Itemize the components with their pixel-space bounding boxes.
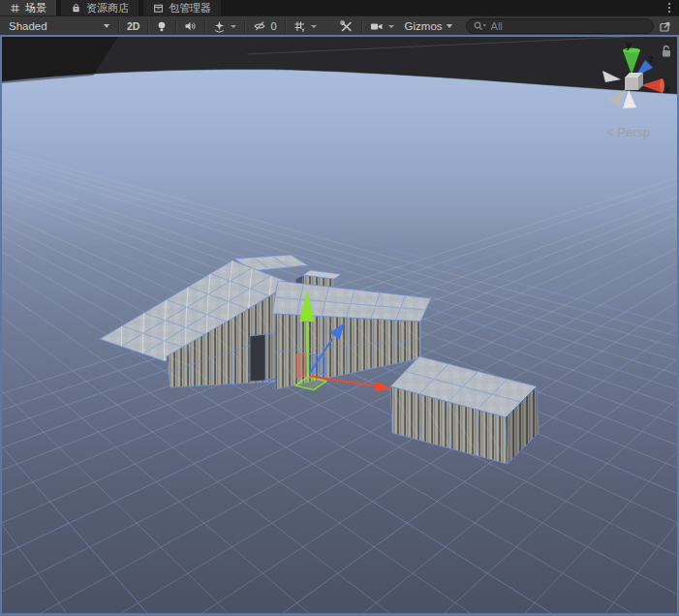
light-bulb-icon [156,20,168,33]
tab-label: 资源商店 [86,1,129,15]
chevron-down-icon [388,25,394,28]
scene-audio-button[interactable] [179,17,201,35]
camera-settings-button[interactable] [365,17,399,35]
scene-search-field[interactable] [466,18,654,34]
scene-search-input[interactable] [489,19,647,33]
speaker-icon [184,20,197,32]
scene-lighting-button[interactable] [151,17,172,35]
gizmos-label: Gizmos [405,20,443,32]
eye-off-icon [253,20,266,32]
package-box-icon [153,3,164,14]
gizmo-y-label: y [626,39,633,50]
grid-axis-icon [293,20,306,33]
projection-mode-label[interactable]: < Persp [606,125,650,139]
chevron-down-icon [231,25,236,28]
mesh-face[interactable] [265,333,275,380]
tab-scene[interactable]: 场景 [0,0,56,15]
toolbar-separator [204,20,205,33]
scene-viewport[interactable]: y z x < Persp [0,35,679,616]
customize-tools-button[interactable] [335,17,358,35]
grid-visibility-button[interactable] [289,17,322,35]
tools-wrench-icon [340,20,354,33]
grid-icon [10,3,20,14]
toolbar-separator [175,20,176,33]
popout-window-icon[interactable] [654,17,676,35]
effects-star-icon [213,20,226,33]
toolbar-separator [244,20,245,33]
toolbar-separator [147,20,148,33]
chevron-down-icon [311,25,317,28]
hidden-object-count: 0 [270,20,276,32]
horizon-fog [2,62,677,252]
2d-toggle-button[interactable]: 2D [122,17,144,35]
chevron-down-icon [104,24,109,28]
camera-icon [370,21,384,32]
shading-mode-label: Shaded [9,20,47,32]
kebab-menu-icon[interactable] [660,0,679,15]
tab-strip: 场景 资源商店 包管理器 [0,0,679,15]
chevron-down-icon [447,24,452,28]
gizmos-dropdown[interactable]: Gizmos [399,17,458,35]
toolbar-separator [118,20,119,33]
toolbar-separator [285,20,286,33]
tab-package-manager[interactable]: 包管理器 [143,0,221,15]
scene-visibility-button[interactable]: 0 [248,17,281,35]
gizmo-x-label: x [664,83,671,95]
gizmo-z-label: z [648,52,654,64]
tab-label: 场景 [25,1,46,15]
toolbar-separator [361,20,362,33]
search-icon [473,20,487,32]
scene-effects-button[interactable] [208,17,241,35]
tab-label: 包管理器 [169,1,211,15]
shading-mode-dropdown[interactable]: Shaded [3,17,115,35]
tab-asset-store[interactable]: 资源商店 [61,0,139,15]
shopping-bag-icon [71,3,81,14]
scene-toolbar: Shaded 2D 0 Gizmos [0,15,679,36]
gizmo-center-cube[interactable] [625,73,643,90]
